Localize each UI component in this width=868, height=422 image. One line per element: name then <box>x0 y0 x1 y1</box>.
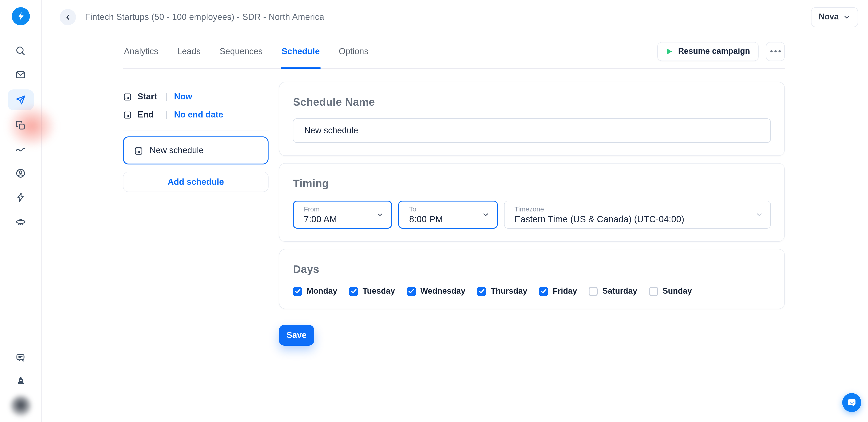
checkbox <box>349 287 358 296</box>
schedule-item-name: New schedule <box>150 145 204 155</box>
chevron-down-icon <box>843 13 850 21</box>
timing-controls: From 7:00 AM To 8:00 PM <box>293 201 771 229</box>
checkbox <box>477 287 486 296</box>
resume-campaign-button[interactable]: Resume campaign <box>657 42 758 61</box>
ellipsis-icon <box>770 50 772 53</box>
user-avatar[interactable] <box>10 396 31 417</box>
resume-campaign-label: Resume campaign <box>678 46 750 56</box>
day-label: Sunday <box>662 287 692 296</box>
sidebar-item-extras[interactable] <box>7 212 34 230</box>
lightning-icon <box>16 192 26 202</box>
checkbox <box>407 287 416 296</box>
days-checkbox-row: Monday Tuesday Wednesday Thursday Friday… <box>293 287 771 296</box>
timezone-value: Eastern Time (US & Canada) (UTC-04:00) <box>515 214 750 224</box>
save-button[interactable]: Save <box>279 325 314 346</box>
timing-heading: Timing <box>293 177 771 190</box>
sidebar-item-automations[interactable] <box>7 188 34 206</box>
page-title: Fintech Startups (50 - 100 employees) - … <box>85 12 324 22</box>
day-label: Thursday <box>491 287 527 296</box>
sidebar-item-templates[interactable] <box>7 116 34 134</box>
checkbox-thursday[interactable]: Thursday <box>477 287 527 296</box>
tab-label: Options <box>339 46 368 56</box>
sidebar-item-mail[interactable] <box>7 66 34 84</box>
app-window: Fintech Startups (50 - 100 employees) - … <box>0 0 868 422</box>
to-value: 8:00 PM <box>409 214 477 224</box>
copy-icon <box>16 120 26 130</box>
trend-wave-icon <box>16 144 26 154</box>
divider: | <box>165 92 168 102</box>
user-menu-label: Nova <box>819 12 839 22</box>
tab-analytics[interactable]: Analytics <box>123 34 159 68</box>
chat-feedback-icon <box>16 353 26 363</box>
more-options-button[interactable] <box>766 42 785 61</box>
back-button[interactable] <box>60 9 76 25</box>
sidebar-item-search[interactable] <box>7 41 34 60</box>
from-value: 7:00 AM <box>304 214 371 224</box>
tab-leads[interactable]: Leads <box>176 34 202 68</box>
to-label: To <box>409 205 477 213</box>
ufo-icon <box>15 216 26 226</box>
schedule-side-panel: Start | Now End | No end date <box>123 82 269 192</box>
checkbox-monday[interactable]: Monday <box>293 287 337 296</box>
chat-launcher-button[interactable] <box>842 393 861 412</box>
chevron-down-icon <box>755 211 763 219</box>
checkbox <box>649 287 658 296</box>
day-label: Saturday <box>602 287 637 296</box>
sidebar-item-whats-new[interactable] <box>7 372 34 390</box>
day-label: Monday <box>307 287 337 296</box>
schedule-page: Start | Now End | No end date <box>123 82 785 346</box>
sidebar-item-analytics[interactable] <box>7 140 34 158</box>
checkbox <box>589 287 598 296</box>
tab-label: Leads <box>177 46 201 56</box>
checkbox-saturday[interactable]: Saturday <box>589 287 637 296</box>
from-label: From <box>304 205 371 213</box>
search-icon <box>16 45 26 56</box>
sidebar-item-campaigns[interactable] <box>7 90 34 110</box>
checkbox-friday[interactable]: Friday <box>539 287 577 296</box>
timezone-select[interactable]: Timezone Eastern Time (US & Canada) (UTC… <box>504 201 771 229</box>
calendar-icon <box>123 110 132 119</box>
paper-plane-icon <box>16 95 26 105</box>
checkbox-sunday[interactable]: Sunday <box>649 287 692 296</box>
sidebar-item-feedback[interactable] <box>7 349 34 367</box>
end-row: End | No end date <box>123 108 269 122</box>
chevron-down-icon <box>482 211 490 219</box>
schedule-list-item-selected[interactable]: New schedule <box>123 136 269 164</box>
mail-icon <box>16 69 26 80</box>
to-time-select[interactable]: To 8:00 PM <box>398 201 498 229</box>
days-heading: Days <box>293 263 771 275</box>
day-label: Wednesday <box>420 287 465 296</box>
checkbox-wednesday[interactable]: Wednesday <box>407 287 465 296</box>
start-label: Start <box>137 92 163 102</box>
app-logo[interactable] <box>11 7 30 25</box>
tab-sequences[interactable]: Sequences <box>219 34 264 68</box>
sidebar-nav <box>7 41 34 230</box>
tab-label: Analytics <box>124 46 158 56</box>
sidebar-item-contacts[interactable] <box>7 164 34 182</box>
from-time-select[interactable]: From 7:00 AM <box>293 201 392 229</box>
calendar-icon <box>123 92 132 101</box>
add-schedule-button[interactable]: Add schedule <box>123 172 269 192</box>
day-label: Friday <box>553 287 577 296</box>
sidebar <box>0 0 41 422</box>
end-value-link[interactable]: No end date <box>174 110 223 120</box>
timing-card: Timing From 7:00 AM To 8:00 PM <box>279 163 785 242</box>
user-menu-button[interactable]: Nova <box>811 7 858 27</box>
checkbox-tuesday[interactable]: Tuesday <box>349 287 395 296</box>
user-circle-icon <box>16 168 26 178</box>
schedule-name-card: Schedule Name <box>279 82 785 156</box>
rocket-icon <box>15 376 26 387</box>
sidebar-bottom <box>7 349 34 422</box>
tab-schedule[interactable]: Schedule <box>281 34 321 68</box>
tab-actions: Resume campaign <box>657 42 785 61</box>
schedule-name-input[interactable] <box>293 118 771 143</box>
checkbox <box>539 287 548 296</box>
chevron-left-icon <box>64 13 72 21</box>
calendar-icon <box>134 146 143 155</box>
start-value-link[interactable]: Now <box>174 92 192 102</box>
tab-options[interactable]: Options <box>338 34 369 68</box>
schedule-settings: Schedule Name Timing From 7:00 AM <box>279 82 785 346</box>
chat-bubble-smile-icon <box>846 397 857 408</box>
start-row: Start | Now <box>123 90 269 103</box>
tab-label: Schedule <box>282 46 320 56</box>
